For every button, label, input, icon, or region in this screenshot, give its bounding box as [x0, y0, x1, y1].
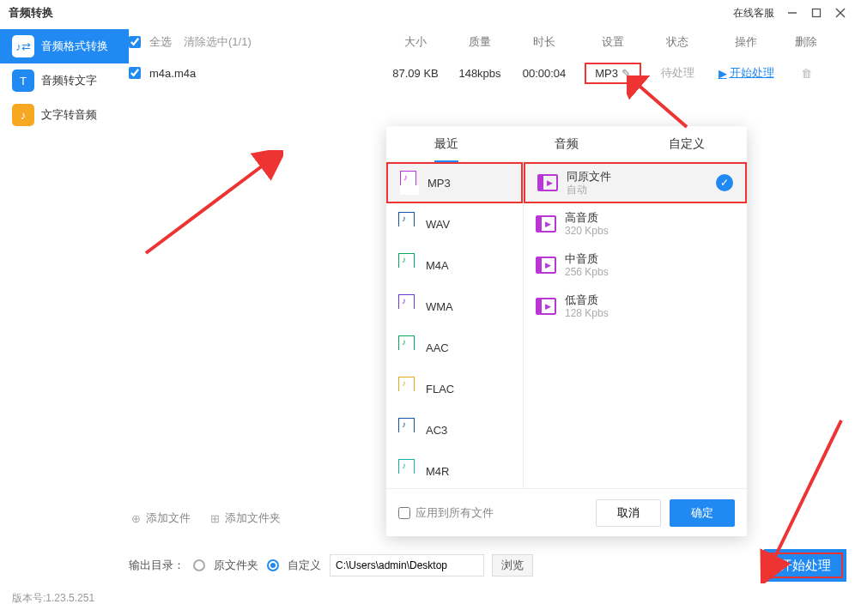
format-list: ♪MP3 ♪WAV ♪M4A ♪WMA ♪AAC ♪FLAC ♪AC3 ♪M4R: [386, 162, 524, 488]
plus-circle-icon: ⊕: [129, 511, 142, 525]
minimize-button[interactable]: [786, 7, 798, 19]
m4a-icon: ♪: [398, 253, 417, 277]
quality-icon: [536, 215, 556, 233]
maximize-button[interactable]: [810, 7, 822, 19]
sidebar-item-label: 音频格式转换: [41, 39, 108, 54]
format-item-mp3[interactable]: ♪MP3: [386, 162, 523, 203]
quality-item-mid[interactable]: 中音质256 Kpbs: [524, 245, 747, 286]
file-row: m4a.m4a 87.09 KB 148kpbs 00:00:04 MP3 ✎ …: [129, 55, 846, 91]
col-size-header: 大小: [381, 34, 450, 50]
col-quality-header: 质量: [450, 34, 510, 50]
sidebar: ♪⇄ 音频格式转换 T 音频转文字 ♪ 文字转音频: [0, 29, 129, 132]
format-item-wma[interactable]: ♪WMA: [386, 286, 523, 327]
radio-custom-folder[interactable]: [267, 559, 279, 571]
apply-all-checkbox[interactable]: 应用到所有文件: [398, 505, 494, 521]
sidebar-item-format-convert[interactable]: ♪⇄ 音频格式转换: [0, 29, 129, 63]
sidebar-item-label: 文字转音频: [41, 107, 97, 123]
col-setting-header: 设置: [579, 34, 647, 50]
col-duration-header: 时长: [510, 34, 579, 50]
tab-recent[interactable]: 最近: [386, 126, 506, 161]
format-item-wav[interactable]: ♪WAV: [386, 203, 523, 245]
format-item-ac3[interactable]: ♪AC3: [386, 409, 523, 450]
sidebar-item-text-to-audio[interactable]: ♪ 文字转音频: [0, 98, 129, 132]
file-checkbox[interactable]: [129, 67, 141, 79]
file-name[interactable]: m4a.m4a: [149, 67, 381, 80]
sidebar-item-audio-to-text[interactable]: T 音频转文字: [0, 63, 129, 98]
quality-item-high[interactable]: 高音质320 Kpbs: [524, 203, 747, 245]
flac-icon: ♪: [398, 377, 417, 401]
popup-tabs: 最近 音频 自定义: [386, 126, 747, 162]
select-all-label[interactable]: 全选: [149, 34, 172, 50]
start-process-button[interactable]: 开始处理: [764, 549, 846, 582]
file-quality: 148kpbs: [450, 67, 510, 80]
table-header: 全选 清除选中(1/1) 大小 质量 时长 设置 状态 操作 删除: [129, 29, 846, 55]
quality-item-low[interactable]: 低音质128 Kpbs: [524, 286, 747, 327]
file-duration: 00:00:04: [510, 67, 579, 80]
play-icon: ▶: [719, 67, 727, 80]
close-button[interactable]: [834, 7, 846, 19]
file-setting-cell[interactable]: MP3 ✎: [579, 63, 647, 84]
radio-source-folder[interactable]: [193, 559, 205, 571]
titlebar: 音频转换 在线客服: [0, 0, 855, 26]
browse-button[interactable]: 浏览: [492, 554, 533, 577]
output-label: 输出目录：: [129, 558, 185, 573]
cancel-button[interactable]: 取消: [596, 499, 661, 527]
m4r-icon: ♪: [398, 459, 417, 483]
file-start-link[interactable]: ▶ 开始处理: [719, 65, 774, 81]
sidebar-item-label: 音频转文字: [41, 73, 97, 88]
app-title: 音频转换: [9, 5, 53, 21]
online-service-link[interactable]: 在线客服: [733, 6, 774, 21]
ok-button[interactable]: 确定: [670, 499, 735, 527]
output-path-input[interactable]: [330, 554, 484, 577]
wav-icon: ♪: [398, 212, 417, 236]
add-row: ⊕ 添加文件 ⊞ 添加文件夹: [129, 510, 281, 526]
col-state-header: 状态: [647, 34, 707, 50]
file-size: 87.09 KB: [381, 67, 450, 80]
radio-source-label[interactable]: 原文件夹: [214, 558, 258, 573]
quality-icon: [536, 257, 556, 274]
version-label: 版本号:1.23.5.251: [12, 591, 94, 606]
text-to-audio-icon: ♪: [12, 104, 34, 126]
wma-icon: ♪: [398, 294, 417, 318]
plus-square-icon: ⊞: [208, 511, 221, 525]
popup-footer: 应用到所有文件 取消 确定: [386, 488, 747, 536]
quality-icon: [537, 174, 558, 191]
format-popup: 最近 音频 自定义 ♪MP3 ♪WAV ♪M4A ♪WMA ♪AAC ♪FLAC…: [386, 126, 747, 536]
audio-to-text-icon: T: [12, 69, 34, 92]
tab-custom[interactable]: 自定义: [627, 126, 747, 161]
format-item-aac[interactable]: ♪AAC: [386, 327, 523, 368]
aac-icon: ♪: [398, 335, 417, 359]
tab-audio[interactable]: 音频: [506, 126, 627, 161]
mp3-icon: ♪: [400, 171, 419, 195]
add-file-button[interactable]: ⊕ 添加文件: [129, 510, 191, 526]
svg-rect-1: [813, 9, 821, 17]
output-row: 输出目录： 原文件夹 自定义 浏览 开始处理: [129, 549, 846, 582]
ac3-icon: ♪: [398, 418, 417, 442]
file-state: 待处理: [647, 65, 707, 81]
clear-selected-link[interactable]: 清除选中(1/1): [184, 34, 252, 50]
check-icon: ✓: [716, 174, 733, 191]
main-area: 全选 清除选中(1/1) 大小 质量 时长 设置 状态 操作 删除 m4a.m4…: [129, 29, 846, 616]
radio-custom-label[interactable]: 自定义: [288, 558, 321, 573]
col-del-header: 删除: [785, 34, 828, 50]
add-folder-button[interactable]: ⊞ 添加文件夹: [208, 510, 281, 526]
format-item-flac[interactable]: ♪FLAC: [386, 368, 523, 409]
select-all-checkbox[interactable]: [129, 36, 141, 48]
file-setting-value: MP3: [595, 67, 618, 80]
format-item-m4r[interactable]: ♪M4R: [386, 450, 523, 488]
col-op-header: 操作: [707, 34, 785, 50]
music-convert-icon: ♪⇄: [12, 35, 34, 57]
delete-file-button[interactable]: 🗑: [801, 67, 812, 80]
titlebar-right: 在线客服: [733, 6, 846, 21]
quality-list: 同原文件自动 ✓ 高音质320 Kpbs 中音质256 Kpbs 低音质128 …: [524, 162, 747, 488]
format-item-m4a[interactable]: ♪M4A: [386, 245, 523, 286]
edit-icon: ✎: [622, 67, 631, 80]
quality-icon: [536, 298, 556, 315]
quality-item-same[interactable]: 同原文件自动 ✓: [524, 162, 747, 203]
